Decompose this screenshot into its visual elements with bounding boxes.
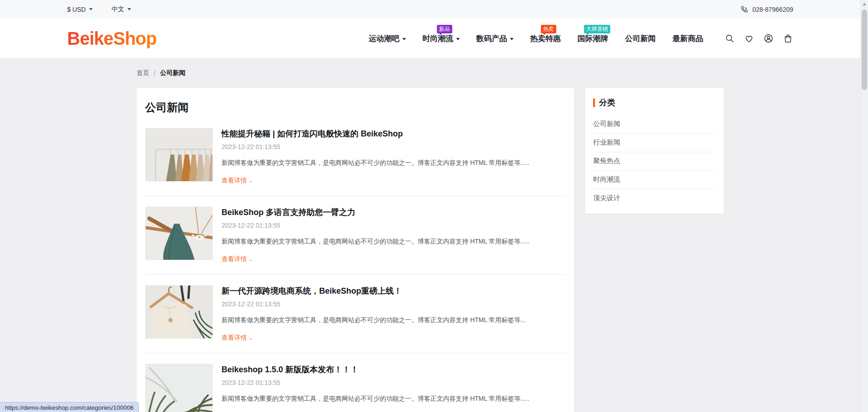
nav-item-label: 最新商品 (673, 33, 703, 44)
sidebar-item-company-news[interactable]: 公司新闻 (593, 115, 716, 134)
nav-item-label: 国际潮牌 (578, 33, 609, 44)
currency-value: $ USD (67, 6, 86, 13)
account-button[interactable] (763, 33, 774, 44)
nav-item-label: 公司新闻 (625, 33, 656, 44)
nav-item-fashion[interactable]: 新品 时尚潮流 (423, 33, 460, 44)
main-navigation: 运动潮吧 新品 时尚潮流 数码产品 热卖 热卖特惠 大牌直销 (369, 33, 703, 44)
article-date: 2023-12-22 01:13:55 (222, 300, 566, 308)
header-icon-group (724, 33, 793, 44)
nav-item-international-brands[interactable]: 大牌直销 国际潮牌 (578, 33, 609, 44)
read-more-link[interactable]: 查看详情→ (222, 177, 253, 185)
chevron-down-icon (402, 38, 406, 40)
category-sidebar-card: 分类 公司新闻 行业新闻 聚焦热点 时尚潮流 顶尖设计 (585, 88, 724, 214)
phone-icon (741, 5, 748, 13)
nav-item-new-products[interactable]: 最新商品 (673, 33, 703, 44)
nav-item-digital[interactable]: 数码产品 (476, 33, 514, 44)
article-title-link[interactable]: 新一代开源跨境电商系统，BeikeShop重磅上线！ (222, 286, 566, 296)
sidebar-item-hot-topics[interactable]: 聚焦热点 (593, 152, 716, 171)
site-logo[interactable]: BeikeShop (67, 28, 157, 49)
search-button[interactable] (724, 33, 735, 44)
chevron-down-icon (89, 8, 93, 10)
breadcrumb-current: 公司新闻 (160, 69, 185, 77)
news-article-row: 性能提升秘籍 | 如何打造闪电般快速的 BeikeShop 2023-12-22… (145, 128, 566, 196)
news-list-card: 公司新闻 (137, 88, 574, 412)
article-excerpt: 新闻博客做为重要的文字营销工具，是电商网站必不可少的功能之一。博客正文内容支持 … (222, 238, 566, 246)
site-header: BeikeShop 运动潮吧 新品 时尚潮流 数码产品 热卖 热卖特惠 (0, 19, 860, 58)
arrow-right-icon: → (248, 178, 253, 184)
arrow-right-icon: → (248, 335, 253, 341)
article-title-link[interactable]: 性能提升秘籍 | 如何打造闪电般快速的 BeikeShop (222, 128, 566, 139)
top-utility-bar: $ USD 中文 028-87966209 (0, 0, 860, 19)
wishlist-button[interactable] (744, 33, 755, 44)
shopping-bag-icon (783, 33, 793, 43)
article-title-link[interactable]: Beikeshop 1.5.0 新版版本发布！！！ (222, 364, 566, 375)
breadcrumb: 首页 / 公司新闻 (137, 69, 724, 78)
article-thumbnail-clothing-rack[interactable] (145, 128, 213, 182)
chevron-down-icon (127, 8, 131, 10)
sidebar-item-top-design[interactable]: 顶尖设计 (593, 189, 716, 202)
article-excerpt: 新闻博客做为重要的文字营销工具，是电商网站必不可少的功能之一。博客正文内容支持 … (222, 159, 566, 167)
article-date: 2023-12-22 01:13:55 (222, 379, 566, 386)
article-date: 2023-12-22 01:13:55 (222, 143, 566, 150)
nav-item-label: 数码产品 (476, 33, 507, 44)
read-more-link[interactable]: 查看详情→ (222, 334, 253, 342)
scrollbar-thumb[interactable] (862, 9, 867, 90)
nav-item-label: 运动潮吧 (369, 33, 400, 44)
article-thumbnail-palm-leaves[interactable] (145, 364, 213, 412)
language-selector[interactable]: 中文 (112, 5, 131, 14)
chevron-down-icon (510, 38, 514, 40)
sidebar-item-fashion-trends[interactable]: 时尚潮流 (593, 171, 716, 189)
article-thumbnail-cream-top[interactable] (145, 285, 213, 339)
accent-bar (593, 98, 595, 107)
arrow-right-icon: → (248, 256, 253, 262)
phone-number: 028-87966209 (752, 6, 793, 13)
scroll-up-arrow-icon[interactable] (863, 3, 866, 5)
contact-phone[interactable]: 028-87966209 (741, 5, 793, 13)
article-excerpt: 新闻博客做为重要的文字营销工具，是电商网站必不可少的功能之一。博客正文内容支持 … (222, 316, 566, 324)
news-article-row: 新一代开源跨境电商系统，BeikeShop重磅上线！ 2023-12-22 01… (145, 285, 566, 353)
user-icon (764, 33, 774, 43)
nav-item-label: 时尚潮流 (423, 33, 453, 44)
currency-selector[interactable]: $ USD (67, 6, 93, 13)
hot-badge: 热卖 (541, 25, 556, 33)
status-bar-url: https://demo-beikeshop.com/categories/10… (0, 402, 139, 412)
breadcrumb-home-link[interactable]: 首页 (137, 69, 149, 77)
language-value: 中文 (112, 5, 124, 14)
breadcrumb-separator: / (154, 70, 156, 77)
sidebar-title: 分类 (599, 97, 615, 108)
vertical-scrollbar[interactable] (860, 0, 868, 412)
browser-viewport: $ USD 中文 028-87966209 BeikeShop (0, 0, 860, 412)
heart-icon (744, 33, 754, 43)
cart-button[interactable] (783, 33, 793, 44)
news-article-row: Beikeshop 1.5.0 新版版本发布！！！ 2023-12-22 01:… (145, 364, 566, 412)
search-icon (725, 33, 735, 43)
sidebar-item-industry-news[interactable]: 行业新闻 (593, 134, 716, 152)
news-article-row: BeikeShop 多语言支持助您一臂之力 2023-12-22 01:13:5… (145, 206, 566, 275)
nav-item-hot-deals[interactable]: 热卖 热卖特惠 (530, 33, 561, 44)
article-date: 2023-12-22 01:13:55 (222, 222, 566, 229)
nav-item-sports[interactable]: 运动潮吧 (369, 33, 406, 44)
page-title: 公司新闻 (145, 100, 566, 115)
sidebar-heading: 分类 (593, 97, 716, 108)
nav-item-company-news[interactable]: 公司新闻 (625, 33, 656, 44)
article-thumbnail-teal-garment[interactable] (145, 206, 213, 260)
chevron-down-icon (456, 38, 460, 40)
new-badge: 新品 (437, 25, 452, 33)
article-excerpt: 新闻博客做为重要的文字营销工具，是电商网站必不可少的功能之一。博客正文内容支持 … (222, 395, 566, 403)
read-more-link[interactable]: 查看详情→ (222, 255, 253, 263)
article-title-link[interactable]: BeikeShop 多语言支持助您一臂之力 (222, 207, 566, 218)
brand-badge: 大牌直销 (584, 25, 610, 33)
